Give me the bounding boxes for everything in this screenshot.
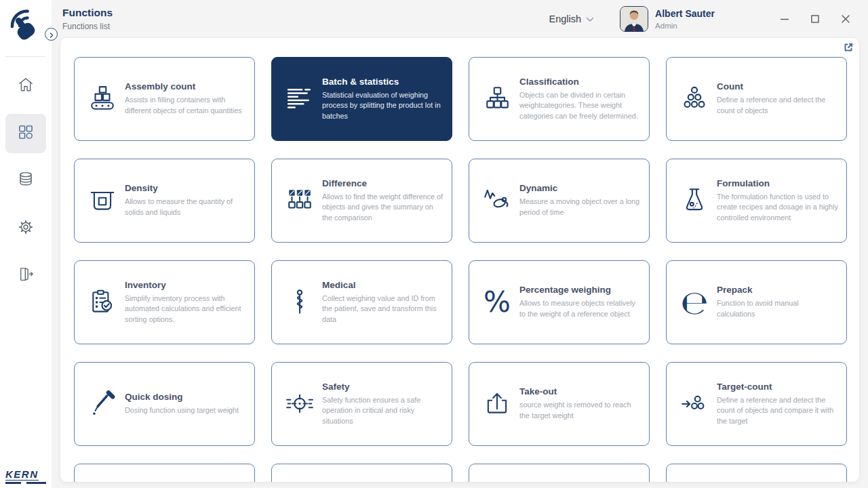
function-card-partial[interactable]: [74, 464, 255, 483]
sidebar-item-functions[interactable]: [5, 114, 46, 153]
function-card-medical[interactable]: Medical Collect weighing value and ID fr…: [271, 260, 452, 344]
percent-icon: %: [480, 288, 514, 317]
function-card-dynamic[interactable]: Dynamic Measure a moving object over a l…: [469, 159, 650, 243]
card-description: Allows to find the weight difference of …: [322, 192, 443, 224]
maximize-button[interactable]: [810, 14, 820, 24]
function-card-formulation[interactable]: Formulation The formulation function is …: [666, 159, 847, 243]
user-name: Albert Sauter: [655, 7, 715, 20]
card-title: Count: [717, 81, 838, 92]
avatar: [620, 6, 648, 32]
density-container-icon: [85, 186, 119, 215]
estimated-sign-icon: ℮: [677, 286, 711, 319]
page-title: Functions: [62, 6, 113, 19]
apps-grid-icon: [16, 123, 35, 144]
sidebar-divider: [5, 56, 45, 57]
card-description: Assists in filling containers with diffe…: [125, 95, 246, 116]
language-selector[interactable]: English: [549, 14, 595, 24]
functions-grid: Assembly count Assists in filling contai…: [60, 38, 859, 483]
card-description: source weight is removed to reach the ta…: [519, 400, 641, 421]
function-card-percentage-weighing[interactable]: % Percentage weighing Allows to measure …: [469, 260, 650, 344]
pipette-icon: [85, 390, 119, 418]
window-controls: [780, 14, 868, 24]
database-icon: [16, 170, 35, 192]
card-title: Dynamic: [519, 183, 641, 193]
hierarchy-icon: [480, 85, 514, 113]
function-card-safety[interactable]: Safety Safety function ensures a safe op…: [271, 362, 452, 446]
statistics-lines-icon: [283, 85, 317, 113]
card-title: Safety: [322, 382, 443, 392]
card-description: Define a reference and detect the count …: [717, 395, 838, 427]
card-title: Quick dosing: [125, 392, 239, 402]
clipboard-check-icon: [85, 288, 119, 317]
function-card-batch-statistics[interactable]: Batch & statistics Statistical evaluatio…: [271, 57, 452, 141]
card-title: Prepack: [717, 285, 838, 295]
function-card-classification[interactable]: Classification Objects can be divided in…: [469, 57, 650, 141]
card-title: Inventory: [125, 280, 246, 290]
function-card-assembly-count[interactable]: Assembly count Assists in filling contai…: [74, 57, 255, 141]
card-title: Percentage weighing: [519, 285, 641, 295]
function-card-quick-dosing[interactable]: Quick dosing Dosing function using targe…: [74, 362, 255, 446]
card-title: Density: [125, 183, 246, 193]
sidebar-item-logout[interactable]: [5, 256, 46, 296]
card-title: Batch & statistics: [322, 77, 443, 87]
title-block: Functions Functions list: [62, 6, 113, 30]
function-card-partial[interactable]: [271, 464, 452, 483]
functions-panel: Assembly count Assists in filling contai…: [60, 37, 860, 483]
box-arrow-up-icon: [480, 390, 514, 418]
sidebar-item-home[interactable]: [5, 66, 46, 106]
card-title: Formulation: [717, 178, 838, 188]
card-description: Define a reference and detect the count …: [717, 95, 838, 116]
card-title: Take-out: [519, 386, 641, 396]
home-icon: [16, 75, 35, 97]
function-card-partial[interactable]: [469, 464, 650, 483]
function-card-target-count[interactable]: Target-count Define a reference and dete…: [666, 362, 847, 446]
logout-icon: [16, 265, 35, 287]
card-title: Difference: [322, 178, 443, 188]
card-description: Measure a moving object over a long peri…: [519, 197, 641, 218]
card-description: Simplify inventory process with automate…: [125, 293, 246, 325]
gear-icon: [16, 218, 35, 239]
chevron-right-icon: [49, 28, 54, 41]
circles-pyramid-icon: [677, 85, 711, 113]
function-card-density[interactable]: Density Allows to measure the quantity o…: [74, 159, 255, 243]
sidebar-nav: [0, 66, 52, 296]
sidebar: KERN: [0, 0, 52, 488]
close-button[interactable]: [841, 14, 850, 24]
card-description: Allows to measure objects relatively to …: [519, 298, 641, 319]
function-card-take-out[interactable]: Take-out source weight is removed to rea…: [469, 362, 650, 446]
header: Functions Functions list English Albert …: [52, 0, 868, 37]
difference-columns-icon: [283, 186, 317, 215]
expand-panel-icon[interactable]: [843, 42, 855, 54]
function-card-count[interactable]: Count Define a reference and detect the …: [666, 57, 847, 141]
card-description: Allows to measure the quantity of solids…: [125, 197, 246, 218]
sidebar-item-settings[interactable]: [5, 209, 46, 248]
language-selected-label: English: [549, 14, 582, 24]
kern-logo-underline: [5, 482, 46, 484]
kern-brand-logo: KERN: [5, 469, 46, 484]
card-description: Statistical evaluation of weighing proce…: [322, 90, 443, 122]
crosshair-icon: [283, 390, 317, 418]
card-description: Objects can be divided in certain weight…: [519, 90, 641, 122]
function-card-inventory[interactable]: Inventory Simplify inventory process wit…: [74, 260, 255, 344]
conveyor-boxes-icon: [85, 85, 119, 113]
chevron-down-icon: [586, 14, 594, 24]
flask-icon: [677, 186, 711, 215]
card-title: Assembly count: [125, 81, 246, 92]
sidebar-item-database[interactable]: [5, 161, 46, 201]
sidebar-expand-button[interactable]: [45, 28, 58, 41]
page-subtitle: Functions list: [62, 22, 113, 31]
app-logo-touch-icon: [5, 6, 45, 48]
function-card-partial[interactable]: [666, 464, 847, 483]
card-description: The formulation function is used to crea…: [717, 192, 838, 224]
card-title: Target-count: [717, 382, 838, 392]
card-description: Dosing function using target weight: [125, 405, 239, 416]
card-description: Function to avoid manual calculations: [717, 298, 838, 319]
minimize-button[interactable]: [780, 14, 789, 24]
card-title: Medical: [322, 280, 443, 290]
asclepius-staff-icon: [283, 288, 317, 317]
function-card-prepack[interactable]: ℮ Prepack Function to avoid manual calcu…: [666, 260, 847, 344]
function-card-difference[interactable]: Difference Allows to find the weight dif…: [271, 159, 452, 243]
user-profile[interactable]: Albert Sauter Admin: [620, 6, 715, 32]
card-description: Safety function ensures a safe operation…: [322, 395, 443, 427]
card-description: Collect weighing value and ID from the p…: [322, 293, 443, 325]
